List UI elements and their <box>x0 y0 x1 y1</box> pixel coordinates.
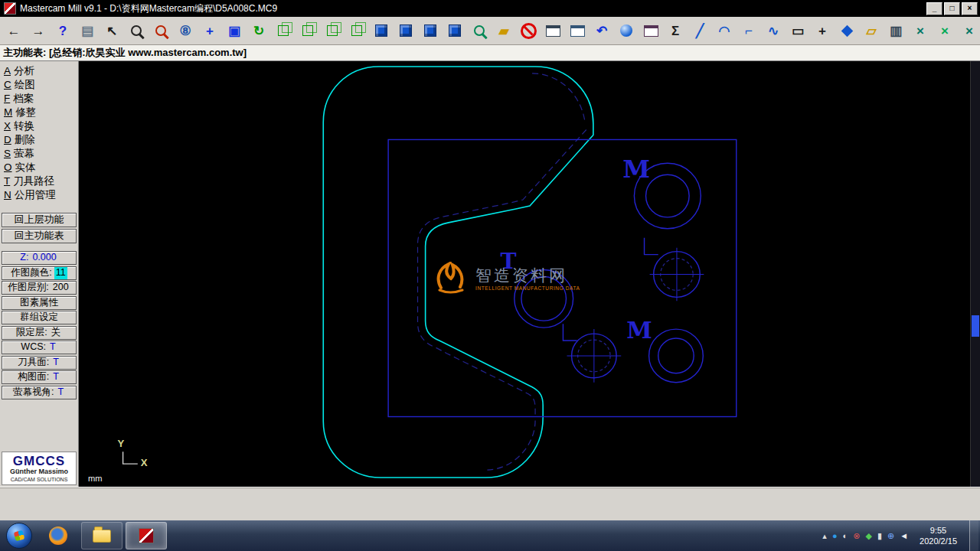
network-icon[interactable]: ◐ <box>843 532 848 540</box>
taskbar-app-mastercam[interactable] <box>126 522 167 549</box>
xform-button[interactable] <box>835 19 858 42</box>
leader-mark[interactable] <box>645 238 658 255</box>
gview-isometric-button[interactable] <box>272 19 295 42</box>
sync-icon[interactable]: ◆ <box>865 532 871 540</box>
cad-drawing[interactable]: M M T Y X mm <box>79 61 980 487</box>
hole-crosshair[interactable] <box>567 329 621 383</box>
cplane-side-button[interactable] <box>443 19 466 42</box>
label-t1[interactable]: T <box>501 249 517 274</box>
vertical-scrollbar[interactable] <box>970 61 980 487</box>
hole-crosshair[interactable] <box>650 248 704 302</box>
spline-button[interactable]: ∿ <box>762 19 785 42</box>
taskbar-clock[interactable]: 9:55 2020/2/15 <box>920 525 957 547</box>
level-mask-button[interactable]: 限定层:关 <box>2 326 77 340</box>
taskbar-app-browser[interactable] <box>38 523 78 549</box>
multi-edit-button[interactable]: ▥ <box>884 19 907 42</box>
offset-corner-top[interactable] <box>532 73 585 121</box>
gview-side-button[interactable] <box>345 19 368 42</box>
menu-item-modify[interactable]: M修整 <box>2 106 77 119</box>
menu-item-create[interactable]: C绘图 <box>2 78 77 92</box>
zoom-target-button[interactable] <box>149 19 172 42</box>
hole-circle[interactable] <box>658 338 694 373</box>
leader-mark[interactable] <box>563 324 577 341</box>
cplane-front-button[interactable] <box>419 19 442 42</box>
minimize-button[interactable]: _ <box>926 2 942 15</box>
screen-combine-button[interactable] <box>566 19 589 42</box>
construction-plane-button[interactable]: 构图面:T <box>2 370 77 384</box>
annotation-letters[interactable]: M M T <box>501 155 652 344</box>
attributes-button[interactable]: 图素属性 <box>2 296 77 310</box>
gview-front-button[interactable] <box>321 19 344 42</box>
trim-3-button[interactable]: × <box>958 19 980 42</box>
taskbar-app-explorer[interactable] <box>81 522 122 549</box>
dynamic-view-button[interactable]: ↻ <box>247 19 270 42</box>
back-button[interactable]: ← <box>2 19 25 42</box>
close-button[interactable]: × <box>962 2 978 15</box>
menu-item-xform[interactable]: X转换 <box>2 119 77 133</box>
hole-circle[interactable] <box>649 329 704 383</box>
viewport-button[interactable] <box>639 19 662 42</box>
view-magnify-button[interactable] <box>468 19 491 42</box>
hole-circle[interactable] <box>646 174 690 217</box>
stock-rectangle[interactable] <box>388 139 737 416</box>
menu-item-solids[interactable]: O实体 <box>2 161 77 174</box>
maximize-button[interactable]: □ <box>944 2 960 15</box>
menu-item-file[interactable]: F档案 <box>2 92 77 106</box>
part-outline-path[interactable] <box>323 67 593 478</box>
zoom-window-button[interactable] <box>125 19 148 42</box>
gview-top-button[interactable] <box>296 19 319 42</box>
fillet-button[interactable]: ⌐ <box>737 19 760 42</box>
draw-level-button[interactable]: 作图层别:200 <box>2 281 77 295</box>
hole-circle[interactable] <box>521 276 567 321</box>
z-depth-button[interactable]: Z:0.000 <box>2 251 77 265</box>
menu-item-screen[interactable]: S萤幕 <box>2 147 77 161</box>
trim-2-button[interactable]: × <box>933 19 956 42</box>
zoom-out-08-button[interactable]: ⑧ <box>174 19 197 42</box>
point-button[interactable]: + <box>811 19 834 42</box>
undo-button[interactable]: ↶ <box>590 19 613 42</box>
shade-button[interactable] <box>615 19 638 42</box>
blue-entities[interactable] <box>388 139 737 416</box>
start-button[interactable] <box>6 523 32 549</box>
notepad-button[interactable]: ▤ <box>76 19 99 42</box>
fit-screen-button[interactable]: ▣ <box>223 19 246 42</box>
pointer-help-button[interactable]: ↖ <box>100 19 123 42</box>
pan-button[interactable]: + <box>198 19 221 42</box>
hidden-icons-icon[interactable]: ▴ <box>822 532 827 540</box>
menu-item-toolpaths[interactable]: T刀具路径 <box>2 174 77 188</box>
cplane-3d-button[interactable] <box>370 19 393 42</box>
battery-icon[interactable]: ▮ <box>877 532 882 540</box>
delete-button[interactable] <box>517 19 540 42</box>
main-menu-button[interactable]: 回主功能表 <box>2 229 77 243</box>
rectangle-button[interactable]: ▭ <box>786 19 809 42</box>
groups-button[interactable]: 群组设定 <box>2 311 77 324</box>
scrollbar-thumb[interactable] <box>972 315 979 337</box>
back-menu-button[interactable]: 回上层功能 <box>2 213 77 227</box>
label-m2[interactable]: M <box>626 317 652 344</box>
menu-item-delete[interactable]: D删除 <box>2 133 77 147</box>
surface-button[interactable]: ▱ <box>860 19 883 42</box>
usb-icon[interactable]: ⊕ <box>887 532 894 540</box>
draw-color-button[interactable]: 作图颜色:11 <box>2 266 77 280</box>
sigma-button[interactable]: Σ <box>664 19 687 42</box>
tool-plane-button[interactable]: 刀具面:T <box>2 356 77 370</box>
part-outline[interactable] <box>323 67 593 478</box>
menu-item-nc-utils[interactable]: N公用管理 <box>2 188 77 202</box>
menu-item-analyze[interactable]: A分析 <box>2 64 77 78</box>
clear-colors-button[interactable]: ▰ <box>492 19 515 42</box>
graphics-view-button[interactable]: 萤幕视角:T <box>2 386 77 399</box>
notifier-icon[interactable]: ● <box>832 532 838 540</box>
offset-corner-bottom[interactable] <box>487 420 535 470</box>
security-icon[interactable]: ⊗ <box>853 532 860 540</box>
line-button[interactable]: ╱ <box>688 19 711 42</box>
hole-circle[interactable] <box>514 270 573 328</box>
arc-button[interactable]: ◠ <box>713 19 736 42</box>
volume-icon[interactable]: ◄ <box>900 532 908 540</box>
screen-window-button[interactable] <box>541 19 564 42</box>
offset-contour-path[interactable] <box>418 130 586 418</box>
cplane-top-button[interactable] <box>394 19 417 42</box>
help-button[interactable]: ? <box>51 19 74 42</box>
trim-1-button[interactable]: × <box>909 19 932 42</box>
wcs-button[interactable]: WCS:T <box>2 341 77 354</box>
label-m1[interactable]: M <box>622 155 650 184</box>
